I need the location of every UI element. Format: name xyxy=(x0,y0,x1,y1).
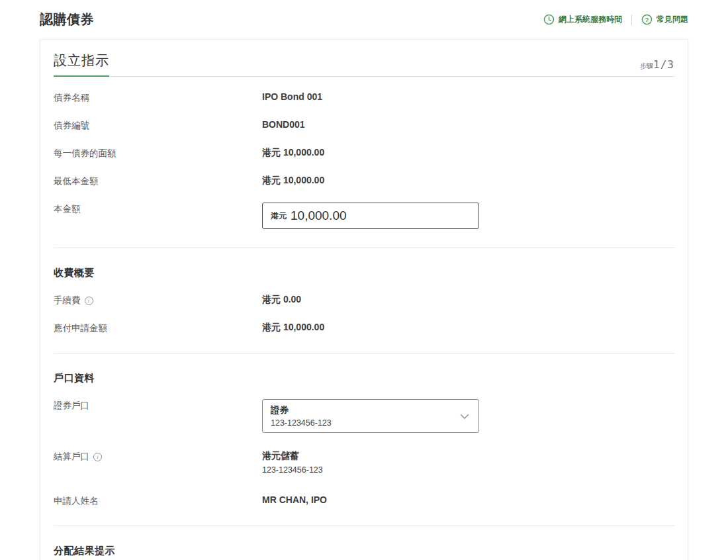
securities-account-select[interactable]: 證券 123-123456-123 xyxy=(262,399,479,433)
denomination-value: 港元 10,000.00 xyxy=(262,147,324,159)
bond-name-value: IPO Bond 001 xyxy=(262,91,322,102)
step-value: 1/3 xyxy=(653,58,674,71)
securities-account-row: 證券戶口 證券 123-123456-123 xyxy=(54,399,674,433)
securities-account-type: 證券 xyxy=(271,404,459,416)
settlement-account-row: 結算戶口 i 港元儲蓄 123-123456-123 xyxy=(54,450,674,475)
clock-icon xyxy=(543,14,555,25)
min-principal-value: 港元 10,000.00 xyxy=(262,175,324,187)
settlement-account-number: 123-123456-123 xyxy=(262,465,323,475)
faq-label: 常見問題 xyxy=(657,14,688,25)
header-links: 網上系統服務時間 ? 常見問題 xyxy=(543,14,688,25)
top-bar: 認購債券 網上系統服務時間 ? 常見問題 xyxy=(0,0,728,35)
bond-code-row: 債券編號 BOND001 xyxy=(54,119,674,132)
section-title: 設立指示 xyxy=(54,52,109,77)
chevron-down-icon xyxy=(459,411,471,422)
question-icon: ? xyxy=(641,14,653,25)
payable-amount-row: 應付申請金額 港元 10,000.00 xyxy=(54,322,674,334)
applicant-name-label: 申請人姓名 xyxy=(54,494,262,507)
step-word: 步驟 xyxy=(640,62,653,70)
online-service-hours-link[interactable]: 網上系統服務時間 xyxy=(543,14,622,25)
securities-account-number: 123-123456-123 xyxy=(271,418,459,428)
handling-fee-info-icon[interactable]: i xyxy=(85,297,93,305)
online-service-hours-label: 網上系統服務時間 xyxy=(559,14,622,25)
divider-1 xyxy=(54,248,674,248)
allocation-title: 分配結果提示 xyxy=(54,545,674,557)
applicant-name-value: MR CHAN, IPO xyxy=(262,494,327,505)
step-indicator: 步驟1/3 xyxy=(640,58,674,76)
header-links-separator xyxy=(631,15,632,25)
bond-name-row: 債券名稱 IPO Bond 001 xyxy=(54,91,674,104)
card-header: 設立指示 步驟1/3 xyxy=(54,52,674,77)
account-section: 戶口資料 證券戶口 證券 123-123456-123 結算戶口 i xyxy=(54,372,674,507)
principal-amount-input[interactable] xyxy=(291,209,471,223)
currency-prefix: 港元 xyxy=(271,210,287,222)
settlement-account-info-icon[interactable]: i xyxy=(93,453,102,461)
svg-text:?: ? xyxy=(645,16,649,23)
payable-amount-label: 應付申請金額 xyxy=(54,322,262,334)
page-title: 認購債券 xyxy=(40,11,94,28)
account-title: 戶口資料 xyxy=(54,372,674,385)
handling-fee-row: 手續費 i 港元 0.00 xyxy=(54,294,674,306)
fees-section: 收費概要 手續費 i 港元 0.00 應付申請金額 港元 10,000.00 xyxy=(54,267,674,334)
settlement-account-label: 結算戶口 xyxy=(54,451,89,463)
allocation-section: 分配結果提示 本行會發送推送通知或手機短訊至你於本行紀錄內的流動電話號碼以通知你… xyxy=(54,545,674,560)
payable-amount-value: 港元 10,000.00 xyxy=(262,322,324,334)
settlement-account-type: 港元儲蓄 xyxy=(262,450,299,461)
min-principal-row: 最低本金額 港元 10,000.00 xyxy=(54,175,674,187)
bond-info-section: 債券名稱 IPO Bond 001 債券編號 BOND001 每一債券的面額 港… xyxy=(54,77,674,229)
principal-amount-label: 本金額 xyxy=(54,203,262,215)
fees-title: 收費概要 xyxy=(54,267,674,279)
principal-amount-input-box[interactable]: 港元 xyxy=(262,203,479,229)
bond-code-value: BOND001 xyxy=(262,119,305,130)
faq-link[interactable]: ? 常見問題 xyxy=(641,14,688,25)
denomination-row: 每一債券的面額 港元 10,000.00 xyxy=(54,147,674,160)
principal-amount-row: 本金額 港元 xyxy=(54,203,674,229)
bond-name-label: 債券名稱 xyxy=(54,91,262,104)
denomination-label: 每一債券的面額 xyxy=(54,147,262,160)
setup-instruction-card: 設立指示 步驟1/3 債券名稱 IPO Bond 001 債券編號 BOND00… xyxy=(40,39,688,560)
bond-code-label: 債券編號 xyxy=(54,119,262,132)
handling-fee-value: 港元 0.00 xyxy=(262,294,301,306)
divider-3 xyxy=(54,526,674,526)
applicant-name-row: 申請人姓名 MR CHAN, IPO xyxy=(54,494,674,507)
divider-2 xyxy=(54,353,674,353)
handling-fee-label: 手續費 xyxy=(54,295,81,306)
min-principal-label: 最低本金額 xyxy=(54,175,262,187)
securities-account-label: 證券戶口 xyxy=(54,399,262,412)
